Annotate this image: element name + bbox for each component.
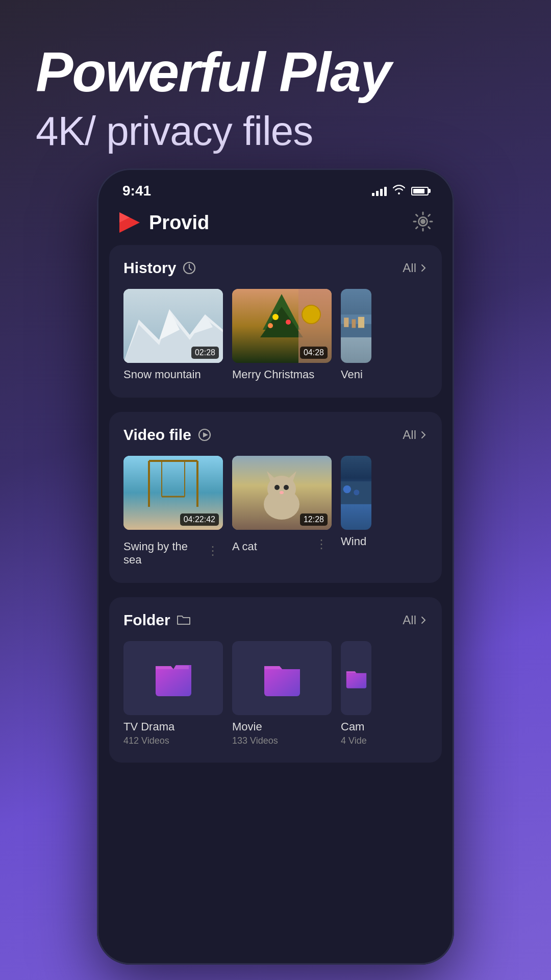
clock-icon — [182, 261, 196, 275]
folder-section-title: Folder — [123, 611, 191, 629]
svg-rect-20 — [344, 317, 348, 327]
history-all-button[interactable]: All — [403, 261, 428, 275]
folder-item-movie[interactable]: Movie 133 Videos — [232, 641, 332, 746]
app-name: Provid — [149, 212, 209, 234]
hero-subtitle: 4K/ privacy files — [36, 108, 515, 155]
app-header: Provid — [97, 205, 454, 245]
folder-all-button[interactable]: All — [403, 613, 428, 627]
swing-menu-button[interactable]: ⋮ — [203, 542, 223, 560]
history-thumbnails: 02:28 Snow mountain — [123, 289, 428, 381]
folder-graphic2 — [262, 659, 303, 697]
xmas-thumbnail: 04:28 — [232, 289, 332, 363]
cat-thumbnail: 12:28 — [232, 456, 332, 530]
history-section: History All — [109, 245, 442, 398]
snow-label: Snow mountain — [123, 368, 223, 381]
folder-item-cam-partial: Cam 4 Vide — [341, 641, 371, 746]
history-item-venice-partial: Veni — [341, 289, 371, 381]
svg-rect-21 — [352, 319, 356, 328]
video-item-window-partial: Wind — [341, 456, 371, 567]
swing-thumbnail: 04:22:42 — [123, 456, 223, 530]
wifi-icon — [392, 184, 406, 198]
svg-point-17 — [302, 305, 320, 324]
folder-graphic — [153, 659, 194, 697]
swing-label: Swing by the sea — [123, 540, 203, 567]
venice-label: Veni — [341, 368, 371, 381]
svg-point-14 — [286, 320, 291, 325]
folder-thumbnails: TV Drama 412 Videos — [123, 641, 428, 746]
cat-menu-button[interactable]: ⋮ — [311, 535, 332, 553]
cam-folder-thumb — [341, 641, 371, 715]
logo-icon — [117, 210, 142, 235]
svg-point-38 — [284, 485, 289, 490]
movie-count: 133 Videos — [232, 736, 332, 746]
history-title-text: History — [123, 259, 176, 277]
folder-section-header: Folder All — [123, 611, 428, 629]
svg-point-39 — [280, 491, 284, 494]
cam-label: Cam — [341, 720, 371, 733]
tvdrama-folder-thumb — [123, 641, 223, 715]
folder-section: Folder All — [109, 597, 442, 763]
status-bar: 9:41 — [97, 168, 454, 205]
cat-name-row: A cat ⋮ — [232, 535, 332, 553]
history-item-xmas[interactable]: 04:28 Merry Christmas — [232, 289, 332, 381]
svg-point-2 — [420, 219, 425, 224]
video-file-section: Video file All — [109, 412, 442, 583]
status-time: 9:41 — [122, 183, 151, 199]
movie-folder-thumb — [232, 641, 332, 715]
video-section-title: Video file — [123, 426, 212, 444]
chevron-right-icon2 — [419, 431, 428, 439]
xmas-label: Merry Christmas — [232, 368, 332, 381]
video-item-swing[interactable]: 04:22:42 Swing by the sea ⋮ — [123, 456, 223, 567]
play-circle-icon — [197, 428, 212, 442]
cat-duration: 12:28 — [300, 513, 328, 526]
phone-mockup: 9:41 — [97, 168, 454, 965]
svg-point-42 — [354, 489, 359, 495]
snow-thumbnail: 02:28 — [123, 289, 223, 363]
chevron-right-icon3 — [419, 616, 428, 624]
swing-name-row: Swing by the sea ⋮ — [123, 535, 223, 567]
cat-label: A cat — [232, 540, 257, 553]
movie-label: Movie — [232, 720, 332, 733]
svg-marker-24 — [203, 432, 208, 437]
history-section-header: History All — [123, 259, 428, 277]
cam-count: 4 Vide — [341, 736, 371, 746]
tvdrama-count: 412 Videos — [123, 736, 223, 746]
svg-rect-22 — [358, 317, 364, 328]
tvdrama-label: TV Drama — [123, 720, 223, 733]
window-thumbnail — [341, 456, 371, 530]
video-item-cat[interactable]: 12:28 A cat ⋮ — [232, 456, 332, 567]
folder-item-tvdrama[interactable]: TV Drama 412 Videos — [123, 641, 223, 746]
folder-icon — [177, 614, 191, 626]
hero-title: Powerful Play — [36, 41, 515, 103]
hero-section: Powerful Play 4K/ privacy files — [0, 0, 551, 155]
signal-bars-icon — [372, 186, 387, 196]
battery-icon — [411, 187, 429, 195]
video-thumbnails: 04:22:42 Swing by the sea ⋮ — [123, 456, 428, 567]
svg-point-41 — [343, 485, 351, 493]
history-section-title: History — [123, 259, 196, 277]
swing-duration: 04:22:42 — [180, 513, 219, 526]
folder-graphic3 — [345, 667, 368, 690]
svg-point-13 — [272, 314, 279, 320]
video-section-header: Video file All — [123, 426, 428, 444]
video-all-button[interactable]: All — [403, 428, 428, 442]
snow-duration: 02:28 — [191, 347, 219, 359]
xmas-duration: 04:28 — [300, 347, 328, 359]
venice-thumbnail — [341, 289, 371, 363]
svg-point-37 — [274, 485, 280, 490]
status-icons — [372, 184, 429, 198]
chevron-right-icon — [419, 264, 428, 272]
history-item-snow[interactable]: 02:28 Snow mountain — [123, 289, 223, 381]
settings-button[interactable] — [412, 211, 434, 234]
app-logo: Provid — [117, 210, 209, 235]
window-label: Wind — [341, 535, 371, 548]
svg-point-15 — [268, 323, 273, 328]
